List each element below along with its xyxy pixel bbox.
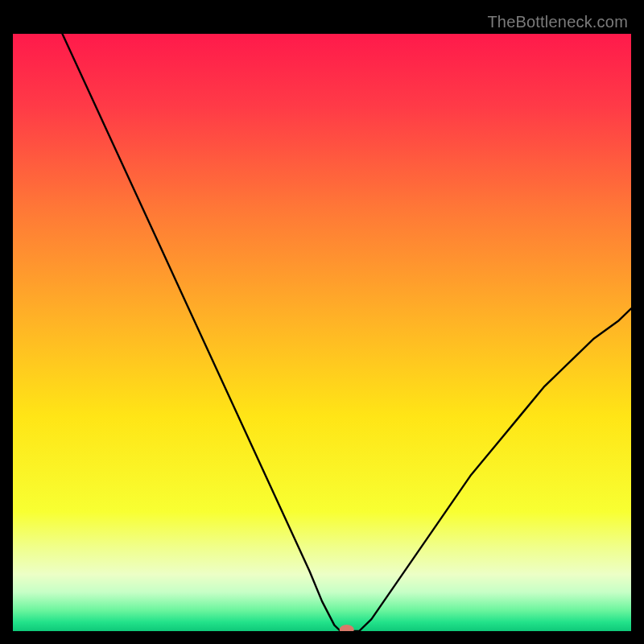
- bottleneck-chart-canvas: [13, 34, 631, 631]
- chart-frame: TheBottleneck.com: [13, 13, 631, 631]
- watermark-label: TheBottleneck.com: [487, 13, 628, 31]
